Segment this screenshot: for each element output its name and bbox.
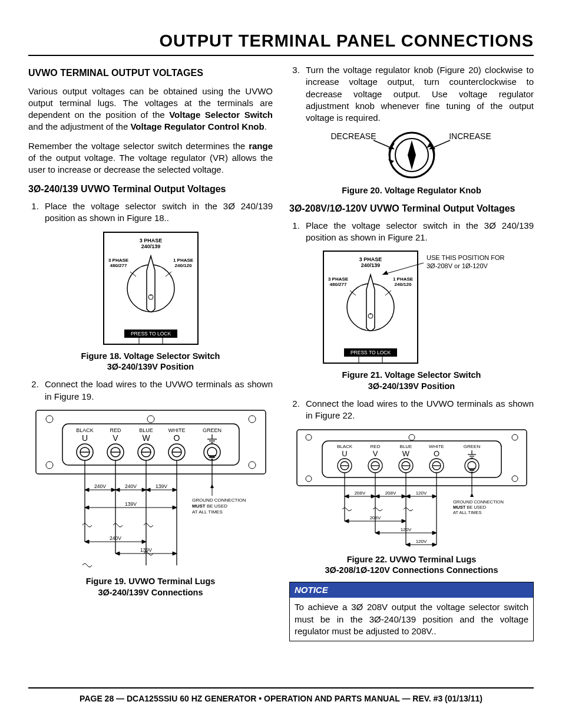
notice-body: To achieve a 3Ø 208V output the voltage … <box>290 598 533 641</box>
subheading-208-120: 3Ø-208V/1Ø-120V UVWO Terminal Output Vol… <box>289 202 534 215</box>
svg-text:U: U <box>342 449 347 458</box>
svg-text:BLACK: BLACK <box>76 427 94 433</box>
svg-marker-95 <box>388 159 394 164</box>
svg-text:120V: 120V <box>415 490 427 496</box>
svg-text:240V: 240V <box>110 535 121 541</box>
svg-text:3 PHASE: 3 PHASE <box>139 238 162 243</box>
svg-point-118 <box>306 434 312 440</box>
svg-marker-167 <box>432 495 437 498</box>
uvwo-terminal-lugs-diagram: BLACK RED BLUE WHITE GREEN U V W O <box>33 407 269 572</box>
svg-text:GREEN: GREEN <box>202 427 221 433</box>
figure-19-caption: Figure 19. UVWO Terminal Lugs3Ø-240/139V… <box>28 576 273 598</box>
p1-text-c: and the adjustment of the <box>28 121 130 131</box>
svg-point-17 <box>46 416 53 423</box>
svg-marker-179 <box>432 543 437 546</box>
figure-18-caption: Figure 18. Voltage Selector Switch3Ø-240… <box>28 351 273 373</box>
svg-text:U: U <box>81 433 87 443</box>
svg-text:GREEN: GREEN <box>463 444 480 449</box>
svg-marker-66 <box>173 488 177 492</box>
svg-marker-76 <box>142 540 146 543</box>
notice-box: NOTICE To achieve a 3Ø 208V output the v… <box>289 582 534 641</box>
p2-text-c: of the output voltage. The voltage regul… <box>28 153 273 174</box>
notice-header: NOTICE <box>290 582 533 598</box>
svg-text:RED: RED <box>370 444 380 449</box>
svg-marker-62 <box>115 488 120 492</box>
figure-21-caption: Figure 21. Voltage Selector Switch3Ø-240… <box>289 370 534 392</box>
svg-text:INCREASE: INCREASE <box>449 131 491 141</box>
svg-text:3 PHASE: 3 PHASE <box>328 276 348 282</box>
svg-text:O: O <box>173 433 180 443</box>
svg-text:208V: 208V <box>369 515 381 521</box>
svg-marker-176 <box>432 531 437 535</box>
svg-text:240/139: 240/139 <box>141 243 160 249</box>
voltage-selector-switch-icon: 3 PHASE 240/139 3 PHASE 480/277 1 PHASE … <box>98 229 204 347</box>
svg-point-18 <box>147 416 154 423</box>
svg-point-122 <box>512 476 518 482</box>
voltage-regulator-knob-term: Voltage Regulator Control Knob <box>130 121 264 131</box>
svg-text:MUST BE USED: MUST BE USED <box>192 503 227 509</box>
figure-20: DECREASE INCREASE <box>289 129 534 182</box>
left-step-2: Connect the load wires to the UVWO termi… <box>41 378 273 403</box>
svg-text:BLUE: BLUE <box>139 427 153 433</box>
svg-text:240/120: 240/120 <box>174 263 191 268</box>
svg-marker-186 <box>470 493 474 497</box>
svg-point-19 <box>249 416 256 423</box>
svg-marker-79 <box>173 552 177 555</box>
svg-text:240/120: 240/120 <box>394 282 411 287</box>
svg-marker-72 <box>173 506 177 509</box>
svg-point-48 <box>204 444 220 460</box>
svg-point-119 <box>409 434 415 440</box>
svg-text:3 PHASE: 3 PHASE <box>359 256 382 262</box>
svg-rect-16 <box>36 410 266 474</box>
svg-text:USE THIS POSITION FOR: USE THIS POSITION FOR <box>427 254 504 261</box>
svg-text:PRESS TO LOCK: PRESS TO LOCK <box>350 350 391 355</box>
svg-marker-166 <box>406 495 410 498</box>
svg-text:W: W <box>402 449 409 458</box>
svg-text:DECREASE: DECREASE <box>330 131 376 141</box>
subheading-240-139: 3Ø-240/139 UVWO Terminal Output Voltages <box>28 183 273 196</box>
svg-text:3Ø-208V or 1Ø-120V: 3Ø-208V or 1Ø-120V <box>427 262 488 269</box>
svg-marker-71 <box>85 506 89 509</box>
svg-text:1 PHASE: 1 PHASE <box>392 276 413 282</box>
svg-text:V: V <box>372 449 378 458</box>
svg-text:W: W <box>142 433 150 443</box>
svg-marker-59 <box>85 488 89 492</box>
svg-text:120V: 120V <box>400 527 411 532</box>
svg-marker-175 <box>375 531 379 535</box>
right-step-1: Place the voltage selector switch in the… <box>302 220 534 244</box>
svg-text:GROUND CONNECTION: GROUND CONNECTION <box>453 499 504 505</box>
left-steps-1: Place the voltage selector switch in the… <box>28 200 273 225</box>
svg-point-20 <box>46 462 53 469</box>
svg-text:240/139: 240/139 <box>361 262 380 268</box>
figure-19: BLACK RED BLUE WHITE GREEN U V W O <box>28 407 273 572</box>
svg-text:3 PHASE: 3 PHASE <box>108 258 128 263</box>
svg-text:240V: 240V <box>125 483 137 489</box>
figure-20-caption: Figure 20. Voltage Regulator Knob <box>289 185 534 196</box>
voltage-selector-switch-term: Voltage Selector Switch <box>169 110 273 120</box>
title-rule <box>28 55 534 56</box>
right-column: Turn the voltage regulator knob (Figure … <box>289 64 534 641</box>
section-heading-uvwo: UVWO TERMINAL OUTPUT VOLTAGES <box>28 67 273 80</box>
svg-text:V: V <box>113 433 118 443</box>
figure-18: 3 PHASE 240/139 3 PHASE 480/277 1 PHASE … <box>28 229 273 347</box>
svg-text:208V: 208V <box>354 490 365 496</box>
right-steps-2: Connect the load wires to the UVWO termi… <box>289 398 534 422</box>
svg-marker-75 <box>85 540 89 543</box>
figure-21: 3 PHASE 240/139 3 PHASE 480/277 1 PHASE … <box>289 248 534 366</box>
svg-marker-65 <box>146 488 150 492</box>
svg-text:RED: RED <box>110 427 121 433</box>
svg-text:WHITE: WHITE <box>429 444 444 449</box>
left-steps-2: Connect the load wires to the UVWO termi… <box>28 378 273 403</box>
figure-22-caption: Figure 22. UVWO Terminal Lugs3Ø-208/1Ø-1… <box>289 554 534 577</box>
p1-text-e: . <box>265 121 267 131</box>
svg-marker-160 <box>345 495 349 498</box>
svg-point-21 <box>249 462 256 469</box>
svg-text:139V: 139V <box>125 501 137 507</box>
svg-marker-173 <box>402 519 406 523</box>
svg-text:BLACK: BLACK <box>336 444 352 449</box>
p2-text-a: Remember the voltage selector switch det… <box>28 141 249 151</box>
page-footer: PAGE 28 — DCA125SSIU 60 HZ GENERATOR • O… <box>28 687 534 704</box>
svg-text:AT ALL TIMES: AT ALL TIMES <box>192 509 223 515</box>
intro-paragraph-1: Various output voltages can be obtained … <box>28 85 273 133</box>
svg-marker-78 <box>115 552 120 555</box>
